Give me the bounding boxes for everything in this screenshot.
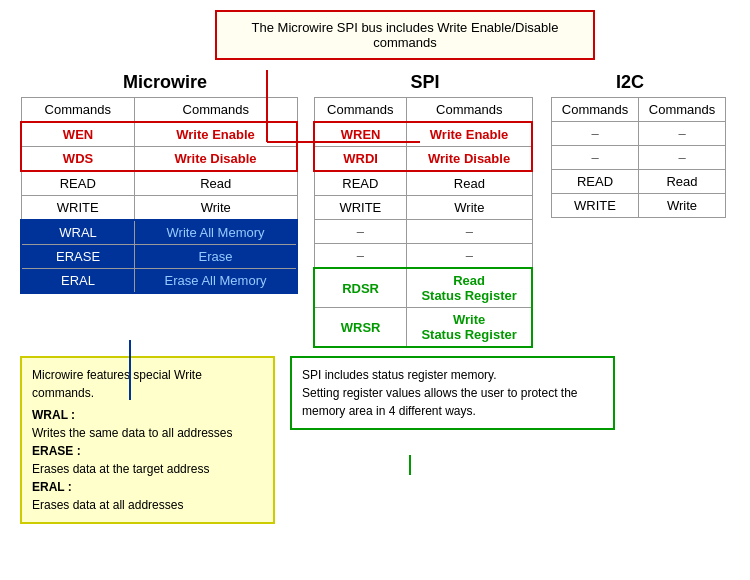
top-callout: The Microwire SPI bus includes Write Ena… [215,10,595,60]
spi-write-cmd: WRITE [314,196,407,220]
spi-header-row: Commands Commands [314,98,532,123]
page-container: The Microwire SPI bus includes Write Ena… [0,0,750,580]
microwire-note-eral-desc: Erases data at all addresses [32,496,263,514]
table-row: READ Read [314,171,532,196]
table-row: WRITE Write [314,196,532,220]
spi-dash1a: – [314,220,407,244]
table-row: WRITE Write [552,194,726,218]
i2c-read-desc: Read [639,170,726,194]
microwire-header-row: Commands Commands [21,98,297,123]
table-row: WEN Write Enable [21,122,297,147]
erase-desc: Erase [135,245,297,269]
wds-desc: Write Disable [135,147,297,172]
microwire-table: Commands Commands WEN Write Enable WDS W… [20,97,298,294]
microwire-section-label: Microwire [20,72,310,93]
microwire-note: Microwire features special Write command… [20,356,275,524]
table-row: – – [314,244,532,269]
spi-note-line2: Setting register values allows the user … [302,384,603,402]
wrsr-cmd: WRSR [314,308,407,348]
table-row: – – [314,220,532,244]
write-cmd: WRITE [21,196,135,221]
spi-section-label: SPI [310,72,540,93]
sections-row: Microwire SPI I2C [10,72,740,93]
table-row: – – [552,146,726,170]
table-row: – – [552,122,726,146]
microwire-note-wral-desc: Writes the same data to all addresses [32,424,263,442]
spi-dash1b: – [407,220,532,244]
spi-note-line1: SPI includes status register memory. [302,366,603,384]
spi-dash2b: – [407,244,532,269]
spi-note: SPI includes status register memory. Set… [290,356,615,430]
spi-col1-header: Commands [314,98,407,123]
rdsr-cmd: RDSR [314,268,407,308]
i2c-section-label: I2C [540,72,720,93]
eral-cmd: ERAL [21,269,135,294]
wds-cmd: WDS [21,147,135,172]
microwire-note-title: Microwire features special Write command… [32,366,263,402]
table-row: WDS Write Disable [21,147,297,172]
wrdi-cmd: WRDI [314,147,407,172]
i2c-col1-header: Commands [552,98,639,122]
table-row: WRAL Write All Memory [21,220,297,245]
wrdi-desc: Write Disable [407,147,532,172]
microwire-col1-header: Commands [21,98,135,123]
spi-table: Commands Commands WREN Write Enable WRDI… [313,97,533,348]
spi-dash2a: – [314,244,407,269]
spi-write-desc: Write [407,196,532,220]
wen-desc: Write Enable [135,122,297,147]
i2c-table: Commands Commands – – – – READ Read WRIT… [551,97,726,218]
wren-cmd: WREN [314,122,407,147]
read-cmd: READ [21,171,135,196]
microwire-col2-header: Commands [135,98,297,123]
wrsr-desc: WriteStatus Register [407,308,532,348]
table-row: WRDI Write Disable [314,147,532,172]
i2c-write-cmd: WRITE [552,194,639,218]
microwire-note-erase-desc: Erases data at the target address [32,460,263,478]
eral-desc: Erase All Memory [135,269,297,294]
table-row: WREN Write Enable [314,122,532,147]
table-row: READ Read [552,170,726,194]
table-row: ERAL Erase All Memory [21,269,297,294]
bottom-notes: Microwire features special Write command… [10,356,740,524]
microwire-note-erase-label: ERASE : [32,442,263,460]
microwire-note-eral-label: ERAL : [32,478,263,496]
write-desc: Write [135,196,297,221]
table-row: WRSR WriteStatus Register [314,308,532,348]
i2c-col2-header: Commands [639,98,726,122]
table-row: READ Read [21,171,297,196]
wral-desc: Write All Memory [135,220,297,245]
i2c-write-desc: Write [639,194,726,218]
spi-read-cmd: READ [314,171,407,196]
read-desc: Read [135,171,297,196]
wren-desc: Write Enable [407,122,532,147]
table-row: WRITE Write [21,196,297,221]
table-row: ERASE Erase [21,245,297,269]
callout-text: The Microwire SPI bus includes Write Ena… [252,20,559,50]
i2c-read-cmd: READ [552,170,639,194]
i2c-dash1a: – [552,122,639,146]
erase-cmd: ERASE [21,245,135,269]
rdsr-desc: ReadStatus Register [407,268,532,308]
spi-col2-header: Commands [407,98,532,123]
i2c-dash1b: – [639,122,726,146]
table-row: RDSR ReadStatus Register [314,268,532,308]
i2c-dash2b: – [639,146,726,170]
microwire-note-wral-label: WRAL : [32,406,263,424]
wen-cmd: WEN [21,122,135,147]
i2c-dash2a: – [552,146,639,170]
tables-row: Commands Commands WEN Write Enable WDS W… [10,97,740,348]
spi-note-line3: memory area in 4 different ways. [302,402,603,420]
spi-read-desc: Read [407,171,532,196]
i2c-header-row: Commands Commands [552,98,726,122]
wral-cmd: WRAL [21,220,135,245]
